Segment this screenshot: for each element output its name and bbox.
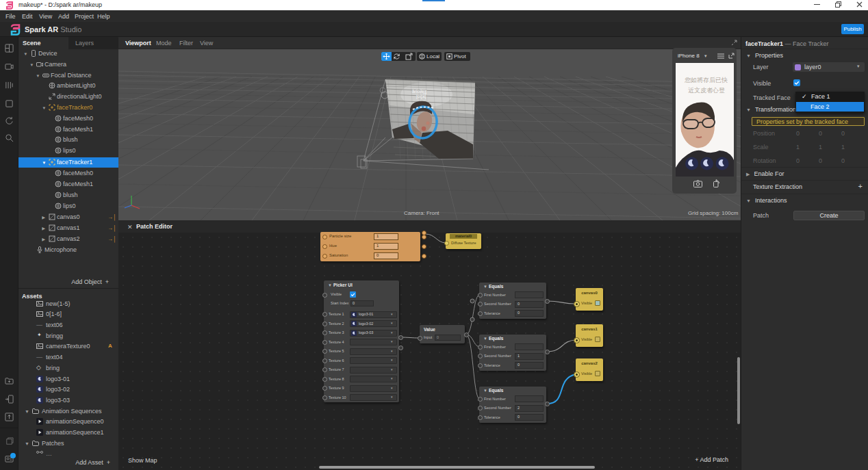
svg-text:您如將存后已快: 您如將存后已快 bbox=[685, 77, 728, 83]
svg-text:ʈоіʈжј: ʈоіʈжј bbox=[416, 94, 426, 99]
svg-text:近文皮者心登: 近文皮者心登 bbox=[688, 87, 725, 94]
